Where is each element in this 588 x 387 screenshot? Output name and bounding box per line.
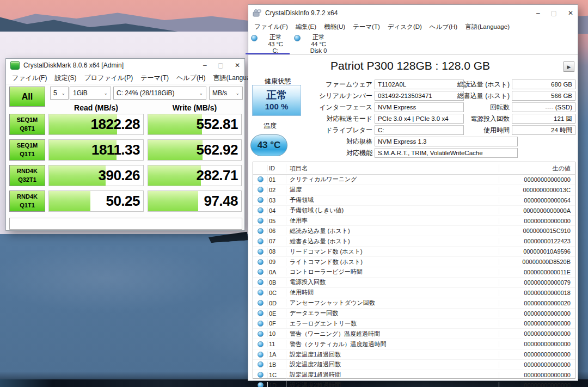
run-rnd4k-q32t1-button[interactable]: RND4K Q32T1 bbox=[9, 165, 45, 186]
menu-help[interactable]: ヘルプ(H) bbox=[426, 22, 461, 32]
total-reads-label: 総読込量 (ホスト) bbox=[428, 79, 510, 89]
crystaldiskmark-window: CrystalDiskMark 8.0.6 x64 [Admin] – ▢ ✕ … bbox=[5, 58, 245, 231]
rnd4k-q1t1-write-cell: 97.48 bbox=[148, 191, 242, 212]
cdm-menubar: ファイル(F) 設定(S) プロファイル(P) テーマ(T) ヘルプ(H) 言語… bbox=[6, 72, 244, 84]
chevron-down-icon: ⌄ bbox=[61, 90, 65, 96]
smart-raw: 0000000000000A bbox=[499, 207, 575, 214]
disk-tab-disk0[interactable]: 正常 44 °C Disk 0 bbox=[291, 32, 334, 54]
attribute-status-orb-icon bbox=[258, 228, 264, 234]
disk-tab-bar: 正常 43 °C C: 正常 44 °C Disk 0 bbox=[248, 32, 578, 55]
temperature-pill[interactable]: 43 °C bbox=[250, 134, 287, 156]
smart-name: クリティカルワーニング bbox=[286, 175, 499, 183]
smart-row: 06総読み込み量 (ホスト)0000000015C910 bbox=[253, 226, 575, 236]
attribute-status-orb-icon bbox=[258, 197, 264, 203]
smart-id: 07 bbox=[267, 238, 286, 244]
smart-raw: 00000000000000 bbox=[499, 310, 575, 317]
menu-file[interactable]: ファイル(F) bbox=[8, 72, 51, 84]
cdi-app-icon bbox=[253, 9, 261, 17]
disk-tab-text: 正常 43 °C C: bbox=[260, 34, 291, 54]
attribute-status-orb-icon bbox=[258, 238, 264, 244]
smart-id: 1D bbox=[267, 382, 286, 387]
result-value: 562.92 bbox=[196, 142, 238, 158]
menu-file[interactable]: ファイル(F) bbox=[250, 22, 292, 32]
power-on-count-label: 電源投入回数 bbox=[428, 114, 510, 124]
smart-name: データエラー回数 bbox=[286, 309, 499, 317]
smart-raw: 0000000000013C bbox=[499, 187, 575, 193]
smart-raw: 00000000D8520B bbox=[499, 259, 575, 265]
features-label: 対応機能 bbox=[286, 148, 372, 158]
cdm-titlebar: CrystalDiskMark 8.0.6 x64 [Admin] – ▢ ✕ bbox=[6, 59, 244, 72]
smart-header-id: ID bbox=[267, 165, 286, 171]
smart-id: 0C bbox=[267, 290, 286, 296]
smart-table: ID 項目名 生の値 01クリティカルワーニング00000000000000 0… bbox=[253, 162, 575, 379]
drive-letter-label: ドライブレター bbox=[286, 125, 372, 135]
smart-id: 0A bbox=[267, 269, 286, 275]
smart-name: 総読み込み量 (ホスト) bbox=[286, 227, 499, 235]
bench-label-line2: Q8T1 bbox=[20, 125, 35, 133]
attribute-status-orb-icon bbox=[258, 218, 264, 224]
smart-id: 1B bbox=[267, 361, 286, 368]
bench-label-line1: SEQ1M bbox=[17, 142, 38, 150]
bench-label-line1: SEQ1M bbox=[17, 116, 38, 124]
target-drive-select[interactable]: C: 24% (28/118GiB) ⌄ bbox=[113, 87, 206, 100]
smart-id: 10 bbox=[267, 330, 286, 337]
attribute-status-orb-icon bbox=[258, 207, 264, 213]
attribute-status-orb-icon bbox=[258, 269, 264, 275]
tab-temp: 44 °C bbox=[311, 41, 326, 47]
smart-id: 11 bbox=[267, 341, 286, 347]
run-rnd4k-q1t1-button[interactable]: RND4K Q1T1 bbox=[9, 191, 45, 212]
cdm-app-icon bbox=[10, 61, 20, 70]
cdm-message-box[interactable] bbox=[9, 218, 242, 230]
bench-label-line2: Q1T1 bbox=[20, 150, 35, 158]
menu-disk[interactable]: ディスク(D) bbox=[384, 22, 426, 32]
minimize-button[interactable]: – bbox=[536, 9, 540, 17]
smart-row: 1D設定温度2超過時間00000000000000 bbox=[253, 380, 575, 387]
close-button[interactable]: ✕ bbox=[235, 62, 240, 69]
close-button[interactable]: ✕ bbox=[568, 9, 573, 17]
smart-raw: 00000000000000 bbox=[499, 176, 575, 183]
smart-raw: 00000000000000 bbox=[499, 382, 575, 387]
menu-theme[interactable]: テーマ(T) bbox=[137, 72, 173, 84]
smart-id: 08 bbox=[267, 248, 286, 255]
smart-raw: 0000000000011E bbox=[499, 269, 575, 275]
unit-select[interactable]: MB/s ⌄ bbox=[209, 87, 243, 100]
menu-function[interactable]: 機能(U) bbox=[320, 22, 349, 32]
smart-name: 警告（クリティカル）温度超過時間 bbox=[286, 340, 499, 348]
test-size-select[interactable]: 1GiB ⌄ bbox=[70, 87, 111, 100]
smart-raw: 00000000122423 bbox=[499, 238, 575, 244]
smart-header-name: 項目名 bbox=[286, 164, 499, 173]
menu-theme[interactable]: テーマ(T) bbox=[349, 22, 384, 32]
run-seq1m-q8t1-button[interactable]: SEQ1M Q8T1 bbox=[9, 114, 45, 135]
run-seq1m-q1t1-button[interactable]: SEQ1M Q1T1 bbox=[9, 139, 45, 161]
menu-language[interactable]: 言語(Language) bbox=[461, 22, 513, 32]
smart-id: 01 bbox=[267, 176, 286, 183]
desktop: CrystalDiskMark 8.0.6 x64 [Admin] – ▢ ✕ … bbox=[0, 0, 588, 387]
smart-row: 1C設定温度1超過時間00000000000000 bbox=[253, 370, 575, 380]
minimize-button[interactable]: – bbox=[203, 62, 207, 69]
result-value: 50.25 bbox=[106, 193, 140, 210]
tab-name: C: bbox=[273, 47, 279, 54]
power-on-count-value: 121 回 bbox=[512, 114, 575, 124]
run-all-button[interactable]: All bbox=[9, 87, 45, 107]
menu-edit[interactable]: 編集(E) bbox=[292, 22, 320, 32]
smart-name: リードコマンド数 (ホスト) bbox=[286, 248, 499, 256]
menu-settings[interactable]: 設定(S) bbox=[51, 72, 80, 84]
smart-raw: 000000010A9596 bbox=[499, 248, 575, 255]
total-writes-label: 総書込量 (ホスト) bbox=[428, 91, 510, 101]
bench-label-line2: Q32T1 bbox=[18, 176, 36, 184]
menu-profile[interactable]: プロファイル(P) bbox=[80, 72, 137, 84]
maximize-button[interactable]: ▢ bbox=[218, 62, 224, 69]
disk-tab-c[interactable]: 正常 43 °C C: bbox=[248, 32, 291, 54]
maximize-button[interactable]: ▢ bbox=[551, 9, 557, 17]
next-disk-button[interactable]: ▶ bbox=[564, 62, 574, 72]
result-bar bbox=[49, 165, 106, 186]
bench-label-line2: Q1T1 bbox=[20, 201, 35, 210]
test-count-select[interactable]: 5 ⌄ bbox=[50, 87, 69, 100]
power-on-hours-label: 使用時間 bbox=[428, 125, 510, 135]
menu-help[interactable]: ヘルプ(H) bbox=[173, 72, 210, 84]
smart-name: 設定温度2超過時間 bbox=[286, 381, 499, 387]
bench-label-line1: RND4K bbox=[17, 193, 38, 201]
smart-row: 04予備領域 (しきい値)0000000000000A bbox=[253, 206, 575, 216]
smart-id: 04 bbox=[267, 207, 286, 214]
smart-name: 予備領域 (しきい値) bbox=[286, 206, 499, 214]
